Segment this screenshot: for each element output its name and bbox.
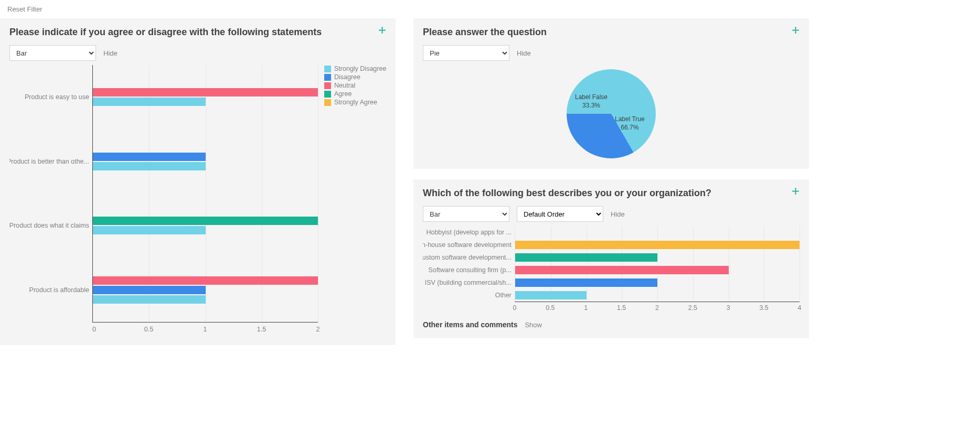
legend-item: Neutral bbox=[324, 82, 386, 89]
x-axis-tick: 0.5 bbox=[546, 304, 555, 312]
legend-item: Agree bbox=[324, 90, 386, 98]
x-axis-tick: 0.5 bbox=[144, 326, 153, 333]
y-axis-label: Other bbox=[423, 289, 515, 302]
legend-label: Disagree bbox=[334, 73, 360, 81]
x-axis-tick: 2.5 bbox=[688, 304, 697, 312]
y-axis-label: ISV (building commercial/sh... bbox=[423, 276, 515, 289]
x-axis-tick: 2 bbox=[316, 326, 320, 333]
panel-title: Which of the following best describes yo… bbox=[423, 188, 800, 199]
panel-pie: Please answer the question Pie Hide Labe… bbox=[413, 18, 809, 169]
x-axis-tick: 1 bbox=[584, 304, 588, 312]
x-axis-tick: 1 bbox=[204, 326, 207, 333]
hide-link[interactable]: Hide bbox=[103, 49, 118, 57]
legend-item: Strongly Agree bbox=[324, 99, 386, 106]
y-axis-label: Software consulting firm (p... bbox=[423, 264, 515, 276]
x-axis-tick: 1.5 bbox=[617, 304, 626, 312]
legend-item: Strongly Disagree bbox=[324, 65, 386, 72]
legend-swatch bbox=[324, 82, 331, 89]
chart-type-select[interactable]: Pie bbox=[423, 45, 509, 61]
other-items-label: Other items and comments bbox=[423, 320, 518, 329]
bar bbox=[515, 278, 657, 287]
legend-label: Strongly Disagree bbox=[334, 65, 386, 72]
x-axis-tick: 0 bbox=[513, 304, 517, 312]
bar bbox=[93, 88, 318, 96]
x-axis-tick: 2 bbox=[655, 304, 659, 312]
legend-swatch bbox=[324, 74, 331, 81]
y-axis-label: Hobbyist (develop apps for ... bbox=[423, 226, 515, 239]
show-link[interactable]: Show bbox=[525, 321, 542, 329]
x-axis-tick: 3.5 bbox=[759, 304, 768, 312]
legend-swatch bbox=[324, 91, 331, 98]
bar bbox=[93, 217, 318, 225]
x-axis-tick: 4 bbox=[798, 304, 802, 312]
pie-chart: Label False33.3% Label True66.7% bbox=[567, 69, 656, 158]
pie-slice-label-true: Label True66.7% bbox=[615, 115, 645, 132]
legend-label: Neutral bbox=[334, 82, 355, 89]
x-axis-tick: 3 bbox=[727, 304, 730, 312]
bar bbox=[515, 253, 657, 262]
bar bbox=[93, 98, 206, 106]
bar bbox=[515, 266, 729, 274]
panel-likert: Please indicate if you agree or disagree… bbox=[0, 18, 396, 345]
panel-title: Please answer the question bbox=[423, 27, 800, 38]
legend-item: Disagree bbox=[324, 73, 386, 81]
order-select[interactable]: Default Order bbox=[517, 206, 603, 222]
move-icon[interactable] bbox=[378, 27, 386, 35]
y-axis-label: In-house software development bbox=[423, 239, 515, 251]
legend-swatch bbox=[324, 66, 331, 72]
panel-title: Please indicate if you agree or disagree… bbox=[9, 27, 386, 38]
legend-swatch bbox=[324, 99, 331, 106]
bar bbox=[93, 286, 206, 294]
chart-type-select[interactable]: Bar bbox=[9, 45, 96, 61]
bar bbox=[93, 226, 206, 234]
move-icon[interactable] bbox=[792, 27, 800, 35]
hide-link[interactable]: Hide bbox=[611, 210, 625, 218]
chart-legend: Strongly DisagreeDisagreeNeutralAgreeStr… bbox=[318, 65, 386, 336]
bar bbox=[515, 291, 587, 299]
y-axis-label: Product does what it claims bbox=[9, 194, 92, 258]
y-axis-label: Product is affordable bbox=[9, 258, 92, 323]
bar bbox=[515, 241, 800, 249]
legend-label: Agree bbox=[334, 90, 351, 98]
bar bbox=[93, 162, 206, 170]
bar bbox=[93, 153, 206, 161]
x-axis-tick: 0 bbox=[92, 326, 96, 333]
y-axis-label: Product is better than othe... bbox=[9, 130, 92, 194]
y-axis-label: Custom software development... bbox=[423, 251, 515, 264]
reset-filter-link[interactable]: Reset Filter bbox=[7, 5, 42, 13]
y-axis-label: Product is easy to use bbox=[9, 65, 92, 130]
hide-link[interactable]: Hide bbox=[517, 49, 531, 57]
bar bbox=[93, 276, 318, 285]
chart-type-select[interactable]: Bar bbox=[423, 206, 509, 222]
panel-org: Which of the following best describes yo… bbox=[413, 179, 809, 338]
legend-label: Strongly Agree bbox=[334, 99, 377, 106]
bar bbox=[93, 295, 206, 304]
move-icon[interactable] bbox=[792, 188, 800, 196]
x-axis-tick: 1.5 bbox=[257, 326, 266, 333]
pie-slice-label-false: Label False33.3% bbox=[575, 93, 608, 110]
